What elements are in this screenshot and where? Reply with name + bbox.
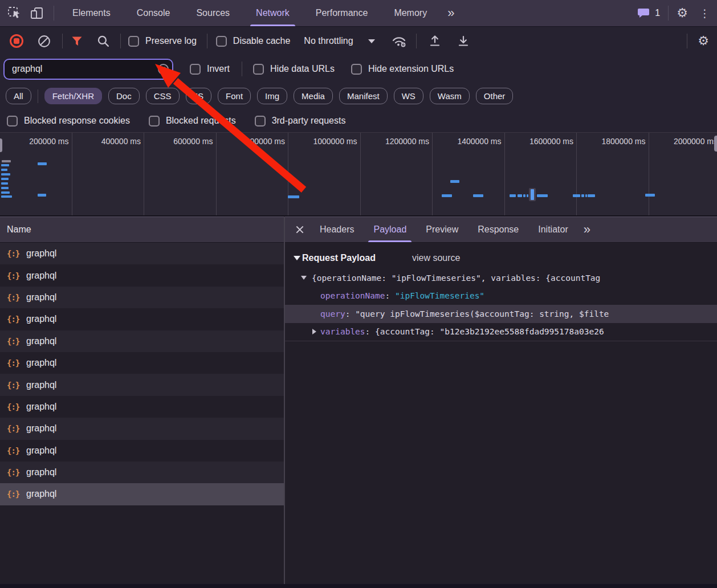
waterfall-mark (450, 180, 459, 183)
chip-manifest[interactable]: Manifest (339, 88, 388, 104)
preserve-log-option[interactable]: Preserve log (128, 36, 197, 47)
collapse-caret-icon (294, 256, 300, 260)
invert-option[interactable]: Invert (190, 64, 230, 75)
chip-other[interactable]: Other (476, 88, 514, 104)
json-braces-icon: {:} (7, 271, 26, 280)
detail-tab-headers[interactable]: Headers (310, 217, 364, 242)
request-row[interactable]: {:}graphql (0, 483, 284, 505)
view-source-link[interactable]: view source (412, 253, 460, 263)
tab-performance[interactable]: Performance (316, 0, 368, 26)
chip-media[interactable]: Media (294, 88, 333, 104)
network-conditions-icon[interactable] (391, 34, 407, 48)
waterfall-mark (1, 164, 9, 166)
timeline-tick: 200000 ms (0, 133, 72, 215)
request-row[interactable]: {:}graphql (0, 396, 284, 418)
json-braces-icon: {:} (7, 402, 26, 411)
hide-extension-urls-option[interactable]: Hide extension URLs (351, 64, 454, 75)
request-detail-panel: HeadersPayloadPreviewResponseInitiator »… (285, 217, 717, 588)
filter-input[interactable] (3, 59, 173, 80)
tab-network[interactable]: Network (256, 0, 290, 26)
caret-down-icon (301, 276, 307, 280)
payload-key: variables (320, 327, 365, 336)
throttling-dropdown[interactable]: No throttling (304, 36, 374, 46)
tab-console[interactable]: Console (137, 0, 170, 26)
chip-js[interactable]: JS (186, 88, 212, 104)
filter-funnel-icon[interactable] (70, 34, 84, 48)
more-tabs-icon[interactable]: » (447, 7, 454, 19)
chip-doc[interactable]: Doc (108, 88, 140, 104)
timeline-scroll-thumb-left[interactable] (0, 138, 2, 152)
detail-tab-payload[interactable]: Payload (364, 217, 416, 242)
divider (668, 6, 669, 21)
request-row[interactable]: {:}graphql (0, 462, 284, 483)
timeline-tick: 400000 ms (72, 133, 145, 215)
colon: : (345, 309, 355, 318)
request-row[interactable]: {:}graphql (0, 440, 284, 462)
invert-checkbox[interactable] (190, 64, 201, 75)
hide-data-urls-checkbox[interactable] (253, 64, 264, 75)
chip-ws[interactable]: WS (394, 88, 423, 104)
checkbox[interactable] (255, 116, 266, 126)
request-row[interactable]: {:}graphql (0, 418, 284, 439)
search-icon[interactable] (96, 34, 111, 48)
checkbox[interactable] (7, 116, 18, 126)
chip-img[interactable]: Img (257, 88, 287, 104)
settings-gear-icon[interactable]: ⚙ (677, 7, 688, 19)
request-row[interactable]: {:}graphql (0, 374, 284, 395)
payload-entry-row[interactable]: variables: {accountTag: "b12e3b2192ee558… (285, 323, 717, 341)
request-row[interactable]: {:}graphql (0, 287, 284, 308)
import-har-icon[interactable] (428, 34, 442, 48)
timeline-scroll-thumb-right[interactable] (714, 136, 717, 152)
timeline-tick: 1200000 ms (361, 133, 433, 215)
waterfall-mark (2, 160, 11, 162)
payload-key: query (320, 309, 345, 318)
clear-network-log-icon[interactable] (37, 34, 51, 48)
option-label: 3rd-party requests (272, 116, 346, 126)
network-settings-gear-icon[interactable]: ⚙ (698, 35, 709, 47)
request-row[interactable]: {:}graphql (0, 264, 284, 286)
inspect-element-icon[interactable] (6, 5, 23, 22)
option-3rd-party-requests[interactable]: 3rd-party requests (255, 116, 346, 126)
tab-sources[interactable]: Sources (196, 0, 230, 26)
hide-data-urls-option[interactable]: Hide data URLs (253, 64, 335, 75)
close-detail-icon[interactable] (290, 217, 310, 242)
option-blocked-requests[interactable]: Blocked requests (149, 116, 236, 126)
request-row[interactable]: {:}graphql (0, 352, 284, 374)
chip-css[interactable]: CSS (146, 88, 180, 104)
clear-filter-icon[interactable] (158, 64, 169, 75)
request-name: graphql (26, 423, 56, 434)
network-overview-timeline[interactable]: 200000 ms400000 ms600000 ms800000 ms1000… (0, 132, 717, 217)
device-toolbar-icon[interactable] (28, 5, 46, 22)
request-row[interactable]: {:}graphql (0, 330, 284, 352)
export-har-icon[interactable] (457, 34, 470, 48)
preserve-log-checkbox[interactable] (128, 36, 139, 47)
chip-wasm[interactable]: Wasm (430, 88, 470, 104)
chip-all[interactable]: All (6, 88, 31, 104)
tab-memory[interactable]: Memory (394, 0, 427, 26)
detail-tab-initiator[interactable]: Initiator (528, 217, 577, 242)
request-payload-section[interactable]: Request Payload view source (285, 247, 717, 269)
option-blocked-response-cookies[interactable]: Blocked response cookies (7, 116, 130, 126)
record-network-log-button[interactable] (10, 34, 23, 48)
chip-fetchxhr[interactable]: Fetch/XHR (44, 88, 102, 104)
detail-tab-response[interactable]: Response (468, 217, 528, 242)
detail-tab-preview[interactable]: Preview (416, 217, 468, 242)
disable-cache-checkbox[interactable] (216, 36, 227, 47)
waterfall-mark (1, 195, 12, 198)
checkbox[interactable] (149, 116, 160, 126)
option-label: Blocked response cookies (24, 116, 130, 126)
hide-extension-urls-checkbox[interactable] (351, 64, 362, 75)
disable-cache-option[interactable]: Disable cache (216, 36, 291, 47)
chip-font[interactable]: Font (218, 88, 251, 104)
requests-column-header[interactable]: Name (0, 217, 284, 243)
detail-more-tabs-icon[interactable]: » (584, 223, 590, 236)
issues-button[interactable]: 1 (638, 7, 660, 19)
payload-summary-row[interactable]: {operationName: "ipFlowTimeseries", vari… (285, 269, 717, 287)
payload-entry-row[interactable]: operationName: "ipFlowTimeseries" (285, 287, 717, 305)
payload-entry-row-selected[interactable]: query: "query ipFlowTimeseries($accountT… (285, 305, 717, 323)
request-row[interactable]: {:}graphql (0, 243, 284, 264)
request-row[interactable]: {:}graphql (0, 308, 284, 330)
kebab-menu-icon[interactable]: ⋮ (699, 8, 710, 19)
tab-elements[interactable]: Elements (72, 0, 111, 26)
timeline-ticks: 200000 ms400000 ms600000 ms800000 ms1000… (0, 133, 717, 215)
